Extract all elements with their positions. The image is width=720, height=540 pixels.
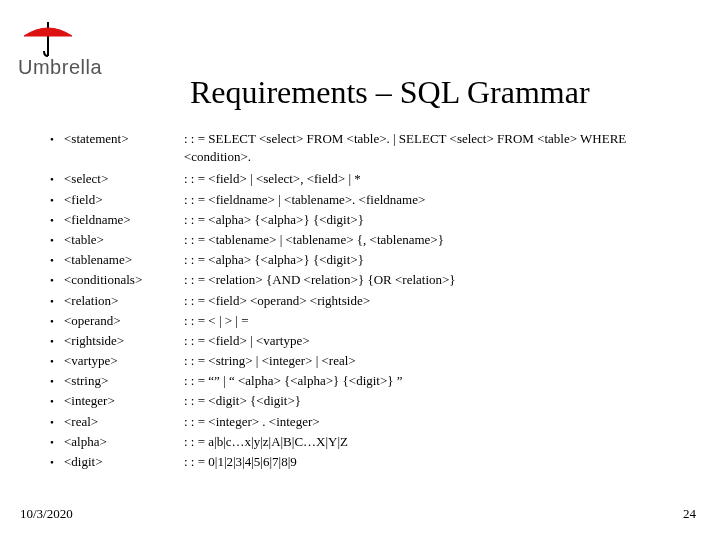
bullet-icon: • xyxy=(40,372,64,389)
rule-term: <real> xyxy=(64,413,184,431)
rule-term: <rightside> xyxy=(64,332,184,350)
rule-term: <field> xyxy=(64,191,184,209)
rule-term: <digit> xyxy=(64,453,184,471)
bullet-icon: • xyxy=(40,271,64,288)
bullet-icon: • xyxy=(40,433,64,450)
footer-date: 10/3/2020 xyxy=(20,506,73,522)
rule-definition: : : = <alpha> {<alpha>} {<digit>} xyxy=(184,251,690,269)
rule-term: <relation> xyxy=(64,292,184,310)
rule-term: <integer> xyxy=(64,392,184,410)
bullet-icon: • xyxy=(40,352,64,369)
rule-definition: : : = a|b|c…x|y|z|A|B|C…X|Y|Z xyxy=(184,433,690,451)
rule-term: <vartype> xyxy=(64,352,184,370)
bullet-icon: • xyxy=(40,170,64,187)
bullet-icon: • xyxy=(40,251,64,268)
rule-definition: : : = SELECT <select> FROM <table>. | SE… xyxy=(184,130,690,166)
grammar-rule: •<operand>: : = < | > | = xyxy=(40,312,690,330)
grammar-list: •<statement>: : = SELECT <select> FROM <… xyxy=(40,130,690,473)
grammar-rule: •<select>: : = <field> | <select>, <fiel… xyxy=(40,170,690,188)
rule-definition: : : = <field> <operand> <rightside> xyxy=(184,292,690,310)
bullet-icon: • xyxy=(40,312,64,329)
rule-definition: : : = <tablename> | <tablename> {, <tabl… xyxy=(184,231,690,249)
rule-definition: : : = 0|1|2|3|4|5|6|7|8|9 xyxy=(184,453,690,471)
bullet-icon: • xyxy=(40,231,64,248)
rule-term: <operand> xyxy=(64,312,184,330)
rule-term: <select> xyxy=(64,170,184,188)
grammar-rule: •<field>: : = <fieldname> | <tablename>.… xyxy=(40,191,690,209)
rule-term: <string> xyxy=(64,372,184,390)
rule-definition: : : = “” | “ <alpha> {<alpha>} {<digit>}… xyxy=(184,372,690,390)
umbrella-icon xyxy=(18,22,78,58)
rule-term: <statement> xyxy=(64,130,184,148)
grammar-rule: •<real>: : = <integer> . <integer> xyxy=(40,413,690,431)
slide-title: Requirements – SQL Grammar xyxy=(190,74,590,111)
footer-page-number: 24 xyxy=(683,506,696,522)
grammar-rule: •<tablename>: : = <alpha> {<alpha>} {<di… xyxy=(40,251,690,269)
rule-term: <conditionals> xyxy=(64,271,184,289)
rule-definition: : : = < | > | = xyxy=(184,312,690,330)
rule-definition: : : = <relation> {AND <relation>} {OR <r… xyxy=(184,271,690,289)
rule-definition: : : = <alpha> {<alpha>} {<digit>} xyxy=(184,211,690,229)
grammar-rule: •<rightside>: : = <field> | <vartype> xyxy=(40,332,690,350)
rule-definition: : : = <field> | <select>, <field> | * xyxy=(184,170,690,188)
rule-definition: : : = <integer> . <integer> xyxy=(184,413,690,431)
rule-term: <fieldname> xyxy=(64,211,184,229)
rule-term: <alpha> xyxy=(64,433,184,451)
bullet-icon: • xyxy=(40,191,64,208)
logo-text: Umbrella xyxy=(18,56,102,79)
rule-definition: : : = <field> | <vartype> xyxy=(184,332,690,350)
grammar-rule: •<alpha>: : = a|b|c…x|y|z|A|B|C…X|Y|Z xyxy=(40,433,690,451)
rule-term: <tablename> xyxy=(64,251,184,269)
grammar-rule: •<fieldname>: : = <alpha> {<alpha>} {<di… xyxy=(40,211,690,229)
bullet-icon: • xyxy=(40,453,64,470)
rule-definition: : : = <string> | <integer> | <real> xyxy=(184,352,690,370)
grammar-rule: •<conditionals>: : = <relation> {AND <re… xyxy=(40,271,690,289)
rule-term: <table> xyxy=(64,231,184,249)
bullet-icon: • xyxy=(40,392,64,409)
slide: Umbrella Requirements – SQL Grammar •<st… xyxy=(0,0,720,540)
rule-definition: : : = <digit> {<digit>} xyxy=(184,392,690,410)
rule-definition: : : = <fieldname> | <tablename>. <fieldn… xyxy=(184,191,690,209)
grammar-rule: •<relation>: : = <field> <operand> <righ… xyxy=(40,292,690,310)
grammar-rule: •<vartype>: : = <string> | <integer> | <… xyxy=(40,352,690,370)
bullet-icon: • xyxy=(40,292,64,309)
grammar-rule: •<string>: : = “” | “ <alpha> {<alpha>} … xyxy=(40,372,690,390)
bullet-icon: • xyxy=(40,332,64,349)
grammar-rule: •<digit>: : = 0|1|2|3|4|5|6|7|8|9 xyxy=(40,453,690,471)
grammar-rule: •<integer>: : = <digit> {<digit>} xyxy=(40,392,690,410)
bullet-icon: • xyxy=(40,130,64,147)
bullet-icon: • xyxy=(40,413,64,430)
grammar-rule: •<table>: : = <tablename> | <tablename> … xyxy=(40,231,690,249)
grammar-rule: •<statement>: : = SELECT <select> FROM <… xyxy=(40,130,690,166)
bullet-icon: • xyxy=(40,211,64,228)
